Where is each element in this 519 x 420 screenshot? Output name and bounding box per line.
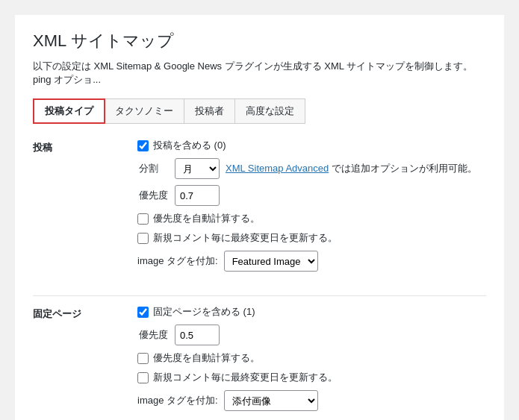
posts-update-comment-label: 新規コメント毎に最終変更日を更新する。 — [153, 231, 338, 245]
posts-auto-priority-row: 優先度を自動計算する。 — [137, 212, 486, 225]
page-wrap: XML サイトマップ 以下の設定は XML Sitemap & Google N… — [15, 15, 504, 420]
posts-image-tag-select[interactable]: Featured Image 添付画像 なし — [224, 251, 318, 272]
pages-include-row: 固定ページを含める (1) — [137, 305, 486, 319]
page-title: XML サイトマップ — [33, 30, 486, 52]
pages-image-tag-label: image タグを付加: — [137, 394, 218, 407]
page-description: 以下の設定は XML Sitemap & Google News プラグインが生… — [33, 60, 486, 87]
pages-auto-priority-checkbox[interactable] — [137, 353, 149, 364]
posts-priority-row: 優先度 — [139, 185, 486, 206]
posts-advanced-link[interactable]: XML Sitemap Advanced — [226, 163, 329, 174]
pages-include-label: 固定ページを含める (1) — [153, 305, 255, 319]
posts-section: 投稿 投稿を含める (0) 分割 月 週 日 なし XML Sitemap Ad… — [33, 139, 486, 283]
pages-auto-priority-label: 優先度を自動計算する。 — [153, 351, 260, 365]
pages-image-tag-row: image タグを付加: Featured Image 添付画像 なし — [137, 390, 486, 411]
pages-update-comment-row: 新規コメント毎に最終変更日を更新する。 — [137, 371, 486, 384]
tabs-container: 投稿タイプ タクソノミー 投稿者 高度な設定 — [33, 98, 305, 124]
posts-split-label: 分割 — [139, 162, 169, 175]
posts-section-content: 投稿を含める (0) 分割 月 週 日 なし XML Sitemap Advan… — [137, 139, 486, 272]
posts-image-tag-label: image タグを付加: — [137, 254, 218, 268]
tab-advanced[interactable]: 高度な設定 — [235, 99, 305, 123]
pages-update-comment-label: 新規コメント毎に最終変更日を更新する。 — [153, 371, 338, 384]
posts-update-comment-row: 新規コメント毎に最終変更日を更新する。 — [137, 231, 486, 245]
pages-priority-input[interactable] — [175, 325, 220, 345]
pages-priority-label: 優先度 — [139, 328, 169, 342]
posts-include-label: 投稿を含める (0) — [153, 139, 226, 152]
pages-auto-priority-row: 優先度を自動計算する。 — [137, 351, 486, 365]
pages-section-content: 固定ページを含める (1) 優先度 優先度を自動計算する。 新規コメント毎に最終… — [137, 305, 486, 411]
posts-include-checkbox[interactable] — [137, 140, 149, 151]
posts-advanced-link-wrap: XML Sitemap Advanced では追加オプションが利用可能。 — [226, 162, 477, 175]
posts-split-row: 分割 月 週 日 なし XML Sitemap Advanced では追加オプシ… — [139, 158, 486, 179]
pages-section: 固定ページ 固定ページを含める (1) 優先度 優先度を自動計算する。 新規コメ… — [33, 305, 486, 420]
pages-section-label: 固定ページ — [33, 305, 137, 411]
posts-image-tag-row: image タグを付加: Featured Image 添付画像 なし — [137, 251, 486, 272]
posts-advanced-suffix: では追加オプションが利用可能。 — [329, 163, 477, 174]
pages-include-checkbox[interactable] — [137, 307, 149, 318]
pages-priority-row: 優先度 — [139, 325, 486, 345]
tab-post-type[interactable]: 投稿タイプ — [33, 98, 105, 124]
pages-image-tag-select[interactable]: Featured Image 添付画像 なし — [224, 390, 318, 411]
posts-auto-priority-label: 優先度を自動計算する。 — [153, 212, 260, 225]
posts-split-select[interactable]: 月 週 日 なし — [175, 158, 220, 179]
tab-taxonomy[interactable]: タクソノミー — [105, 99, 184, 123]
pages-update-comment-checkbox[interactable] — [137, 372, 149, 383]
tab-author[interactable]: 投稿者 — [184, 99, 235, 123]
posts-auto-priority-checkbox[interactable] — [137, 213, 149, 225]
posts-priority-input[interactable] — [175, 185, 220, 206]
posts-section-label: 投稿 — [33, 139, 137, 272]
section-divider — [33, 295, 486, 296]
posts-include-row: 投稿を含める (0) — [137, 139, 486, 152]
posts-priority-label: 優先度 — [139, 189, 169, 202]
posts-update-comment-checkbox[interactable] — [137, 233, 149, 244]
